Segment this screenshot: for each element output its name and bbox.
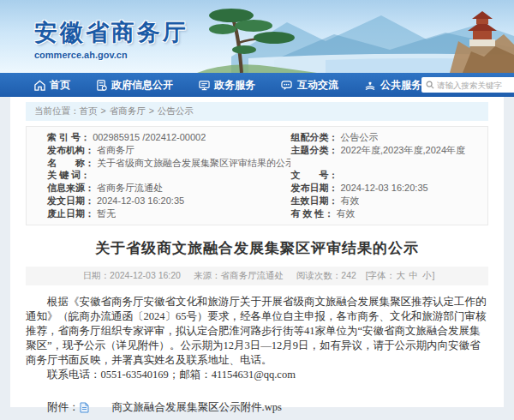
wps-file-icon [80, 402, 89, 413]
meta-row-info-source: 信息来源：省商务厅流通处 [47, 182, 290, 195]
meta-row-issuing-agency: 发布机构：省商务厅 [47, 144, 290, 157]
breadcrumb-dept[interactable]: 省商务厅 [110, 105, 146, 116]
header-landscape-image [197, 0, 514, 73]
search-box: 搜索 [421, 77, 514, 93]
font-size-medium-button[interactable]: 中 [409, 270, 419, 280]
article-source: 来源：省商务厅流通处 [194, 270, 284, 280]
meta-row-keywords: 关 键 词： [47, 169, 290, 182]
breadcrumb-home[interactable]: 首页 [80, 105, 98, 116]
public-services-icon [364, 80, 376, 91]
nav-item-public-services[interactable]: 公共服务 [364, 78, 421, 93]
search-icon [426, 81, 434, 89]
attachment-filename: 商文旅融合发展集聚区公示附件.wps [91, 400, 282, 415]
breadcrumb-separator: > [149, 105, 154, 116]
breadcrumb: 当前位置：首页>省商务厅>公告公示 [26, 102, 488, 121]
font-size-small-button[interactable]: 小 [422, 270, 432, 280]
meta-row-issue-date: 发文日期：2024-12-03 16:20:35 [47, 195, 290, 207]
article-paragraph: 根据《安徽省商务厅安徽省文化和旅游厅关于开展省级商文旅融合发展集聚区推荐认定工作… [26, 295, 488, 368]
site-logo[interactable]: 安徽省商务厅 commerce.ah.gov.cn [34, 17, 188, 60]
meta-row-effective-date: 生效日期：有效 [290, 195, 482, 207]
breadcrumb-announcements[interactable]: 公告公示 [158, 105, 194, 116]
meta-row-topic-category: 主题分类：2022年度,2023年度,2024年度 [290, 144, 482, 157]
font-size-switcher: [字体：大 中 小] [366, 270, 435, 280]
document-meta-table: 索 引 号：002985915 /202412-00002 发布机构：省商务厅 … [26, 126, 488, 225]
nav-item-label: 政府信息公开 [111, 78, 173, 93]
contact-info: 联系电话：0551-63540169；邮箱：41154631@qq.com [26, 368, 488, 382]
site-url: commerce.ah.gov.cn [34, 50, 188, 60]
meta-row-validity: 有 效 性：有效 [290, 207, 482, 220]
meta-row-document-name: 名 称：关于省级商文旅融合发展集聚区评审结果的公示 [47, 157, 290, 170]
gov-services-icon [199, 80, 210, 91]
meta-column-right: 组配分类：公告公示 主题分类：2022年度,2023年度,2024年度 文 号：… [290, 131, 482, 220]
attachment-link[interactable]: 商文旅融合发展集聚区公示附件.wps [80, 400, 282, 415]
attachment-label: 附件： [47, 400, 80, 415]
attachment-row: 附件： 商文旅融合发展集聚区公示附件.wps [26, 400, 488, 415]
meta-row-publish-date: 发布日期：2024-12-03 16:20:35 [290, 182, 482, 195]
meta-row-repeal-date: 废止日期：暂无 [47, 207, 290, 220]
article-info-bar: 日期：2024-12-03 16:20 来源：省商务厅流通处 阅读次数：242 … [26, 267, 488, 285]
main-navbar: 首页 政府信息公开 政务服务 互动交流 公共服务 [0, 73, 514, 97]
meta-row-category: 组配分类：公告公示 [290, 131, 482, 144]
nav-item-label: 公共服务 [380, 78, 421, 93]
article-body: 根据《安徽省商务厅安徽省文化和旅游厅关于开展省级商文旅融合发展集聚区推荐认定工作… [26, 295, 488, 420]
nav-item-info-disclosure[interactable]: 政府信息公开 [96, 78, 173, 93]
font-size-large-button[interactable]: 大 [396, 270, 405, 280]
nav-item-label: 首页 [50, 78, 70, 93]
article-view-count: 阅读次数：242 [296, 270, 356, 280]
nav-item-label: 互动交流 [297, 78, 338, 93]
nav-item-interaction[interactable]: 互动交流 [281, 78, 338, 93]
nav-item-gov-services[interactable]: 政务服务 [199, 78, 255, 93]
site-title: 安徽省商务厅 [34, 17, 188, 48]
content-panel: 当前位置：首页>省商务厅>公告公示 索 引 号：002985915 /20241… [10, 97, 504, 407]
font-switch-suffix: ] [433, 270, 435, 280]
page-title: 关于省级商文旅融合发展集聚区评审结果的公示 [26, 238, 488, 258]
meta-row-document-number: 文 号： [290, 169, 482, 182]
breadcrumb-prefix: 当前位置： [34, 105, 80, 116]
nav-item-home[interactable]: 首页 [34, 78, 70, 93]
article-date: 日期：2024-12-03 16:20 [83, 270, 181, 280]
info-disclosure-icon [96, 80, 107, 91]
meta-row-spacer [290, 157, 482, 170]
interaction-icon [281, 80, 293, 91]
breadcrumb-separator: > [101, 105, 106, 116]
home-icon [34, 80, 45, 91]
nav-item-label: 政务服务 [214, 78, 255, 93]
site-header: 安徽省商务厅 commerce.ah.gov.cn [0, 0, 514, 73]
search-input[interactable] [437, 81, 512, 90]
font-switch-prefix: [字体： [366, 270, 395, 280]
meta-column-left: 索 引 号：002985915 /202412-00002 发布机构：省商务厅 … [47, 131, 290, 220]
meta-row-index-number: 索 引 号：002985915 /202412-00002 [47, 131, 290, 144]
